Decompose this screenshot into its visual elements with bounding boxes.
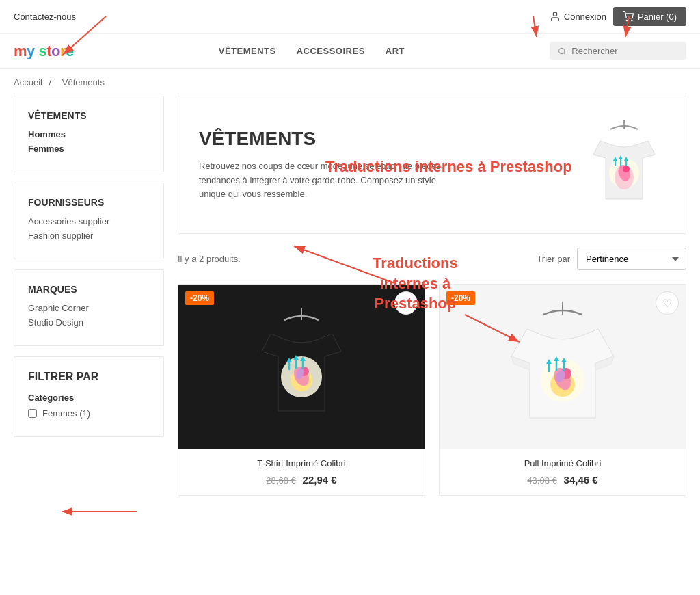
cart-icon <box>623 11 634 22</box>
product-grid: -20% ♡ <box>178 284 686 496</box>
product-count: Il y a 2 produits. <box>178 254 241 264</box>
svg-point-2 <box>632 20 632 21</box>
product-image-1: -20% ♡ <box>178 285 425 449</box>
svg-point-1 <box>626 20 627 21</box>
wishlist-btn-2[interactable]: ♡ <box>656 291 679 315</box>
svg-line-4 <box>564 53 565 54</box>
product-old-price-1: 28,68 € <box>266 475 295 486</box>
nav-art[interactable]: ART <box>386 46 405 56</box>
filter-label-femmes: Femmes (1) <box>42 408 90 419</box>
sidebar-brands-title: MARQUES <box>28 284 150 295</box>
product-image-2: -20% ♡ <box>440 285 686 449</box>
sidebar-category-title: VÊTEMENTS <box>28 110 150 121</box>
content-area: VÊTEMENTS Retrouvez nos coups de cœur mo… <box>178 96 686 496</box>
discount-badge-1: -20% <box>185 291 214 305</box>
product-info-2: Pull Imprimé Colibri 43,08 € 34,46 € <box>440 449 686 495</box>
sidebar-categories: VÊTEMENTS Hommes Femmes <box>14 96 164 172</box>
sidebar-suppliers: FOURNISSEURS Accessories supplier Fashio… <box>14 183 164 259</box>
breadcrumb-home[interactable]: Accueil <box>14 77 42 88</box>
nav-vetements[interactable]: VÊTEMENTS <box>219 46 276 56</box>
nav-accessoires[interactable]: ACCESSOIRES <box>297 46 365 56</box>
header: my store VÊTEMENTS ACCESSOIRES ART <box>0 34 700 69</box>
page-wrapper: Contactez-nous Connexion Panier (0) my <box>0 0 700 595</box>
product-new-price-2: 34,46 € <box>564 474 598 486</box>
login-link[interactable]: Connexion <box>550 11 606 22</box>
user-icon <box>550 11 561 22</box>
banner-tshirt-svg <box>587 117 662 213</box>
sidebar-supplier-1[interactable]: Accessories supplier <box>28 216 150 226</box>
sort-select[interactable]: Pertinence Nom, A à Z Nom, Z à A Prix, c… <box>577 248 686 270</box>
sidebar-brand-1[interactable]: Graphic Corner <box>28 303 150 313</box>
product-card-2: -20% ♡ <box>439 284 686 496</box>
svg-point-0 <box>553 12 556 16</box>
logo[interactable]: my store <box>14 42 74 60</box>
svg-point-9 <box>623 166 630 172</box>
breadcrumb-separator: / <box>49 77 52 88</box>
main-layout: VÊTEMENTS Hommes Femmes FOURNISSEURS Acc… <box>0 96 700 510</box>
top-bar: Contactez-nous Connexion Panier (0) <box>0 0 700 34</box>
svg-point-3 <box>559 48 565 53</box>
filter-item-femmes[interactable]: Femmes (1) <box>28 408 150 419</box>
search-icon <box>558 47 566 56</box>
product-price-1: 28,68 € 22,94 € <box>189 474 414 486</box>
product-name-1: T-Shirt Imprimé Colibri <box>189 458 414 468</box>
breadcrumb-current: Vêtements <box>62 77 105 88</box>
product-name-2: Pull Imprimé Colibri <box>450 458 675 468</box>
sidebar: VÊTEMENTS Hommes Femmes FOURNISSEURS Acc… <box>14 96 164 496</box>
sort-bar: Il y a 2 produits. Trier par Pertinence … <box>178 248 686 270</box>
wishlist-btn-1[interactable]: ♡ <box>394 291 418 315</box>
search-bar[interactable] <box>550 42 686 60</box>
sort-label: Trier par <box>537 254 570 264</box>
product-old-price-2: 43,08 € <box>527 475 556 486</box>
product-info-1: T-Shirt Imprimé Colibri 28,68 € 22,94 € <box>178 449 425 495</box>
category-banner: VÊTEMENTS Retrouvez nos coups de cœur mo… <box>178 96 686 234</box>
search-input[interactable] <box>571 46 678 56</box>
breadcrumb: Accueil / Vêtements <box>0 69 700 96</box>
product-card-1: -20% ♡ <box>178 284 425 496</box>
sidebar-brand-2[interactable]: Studio Design <box>28 317 150 328</box>
discount-badge-2: -20% <box>446 291 475 305</box>
sidebar-item-femmes[interactable]: Femmes <box>28 144 150 154</box>
top-bar-right: Connexion Panier (0) <box>550 7 686 26</box>
sidebar-filter: FILTRER PAR Catégories Femmes (1) <box>14 356 164 437</box>
category-title: VÊTEMENTS <box>199 128 459 150</box>
product-new-price-1: 22,94 € <box>303 474 337 486</box>
filter-checkbox-femmes[interactable] <box>28 409 37 418</box>
product-tshirt-dark <box>254 305 349 428</box>
contact-link[interactable]: Contactez-nous <box>14 12 76 22</box>
sidebar-suppliers-title: FOURNISSEURS <box>28 197 150 208</box>
filter-cat-title: Catégories <box>28 393 150 403</box>
product-price-2: 43,08 € 34,46 € <box>450 474 675 486</box>
product-tshirt-light <box>508 298 617 435</box>
filter-title: FILTRER PAR <box>28 371 150 383</box>
main-nav: VÊTEMENTS ACCESSOIRES ART <box>219 46 405 56</box>
sidebar-supplier-2[interactable]: Fashion supplier <box>28 230 150 241</box>
sort-bar-right: Trier par Pertinence Nom, A à Z Nom, Z à… <box>537 248 686 270</box>
category-banner-img <box>583 117 665 213</box>
sidebar-item-hommes[interactable]: Hommes <box>28 129 150 140</box>
category-banner-text: VÊTEMENTS Retrouvez nos coups de cœur mo… <box>199 128 459 202</box>
category-desc: Retrouvez nos coups de cœur mode, une sé… <box>199 159 459 202</box>
sidebar-brands: MARQUES Graphic Corner Studio Design <box>14 269 164 346</box>
cart-button[interactable]: Panier (0) <box>613 7 686 26</box>
